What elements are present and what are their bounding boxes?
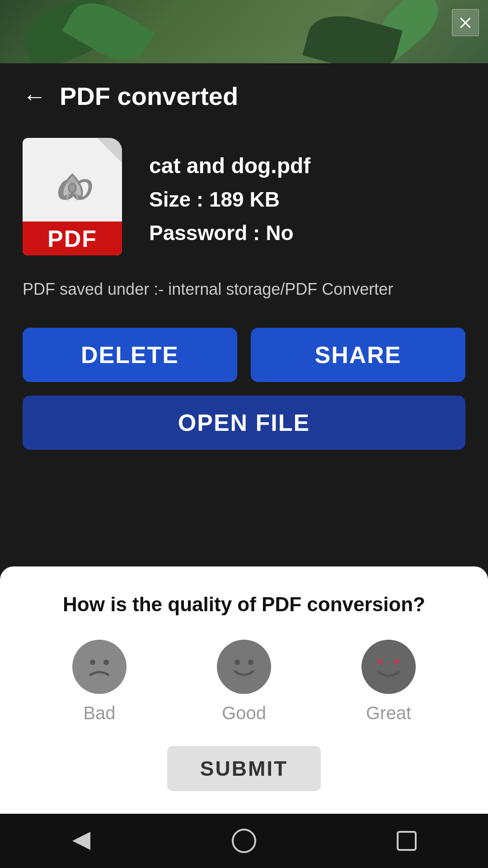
svg-point-2 [78,645,121,689]
action-buttons-row: DELETE SHARE [23,328,465,382]
svg-point-7 [248,660,253,665]
ad-close-button[interactable] [452,9,479,36]
page-title: PDF converted [60,81,238,111]
svg-text:♥: ♥ [377,656,383,667]
ad-decoration [0,0,488,63]
bottom-nav [0,814,488,868]
bad-emoji [72,640,127,694]
great-label: Great [366,703,411,723]
file-password: Password : No [149,221,310,245]
pdf-text: PDF [47,225,97,252]
nav-back-button[interactable] [63,823,99,859]
submit-button[interactable]: SUBMIT [167,746,321,791]
svg-point-8 [367,645,410,689]
rating-option-good[interactable]: Good [217,640,271,723]
nav-recent-button[interactable] [389,823,425,859]
good-emoji [217,640,271,694]
nav-home-button[interactable] [226,823,262,859]
svg-marker-11 [72,832,90,850]
back-button[interactable]: ← [23,85,46,108]
svg-text:♥: ♥ [394,656,399,667]
file-details: cat and dog.pdf Size : 189 KB Password :… [149,153,310,245]
rating-question: How is the quality of PDF conversion? [27,591,461,617]
delete-button[interactable]: DELETE [23,328,237,382]
svg-point-6 [235,660,240,665]
pdf-document-icon: ꝏ PDF [23,138,122,255]
good-label: Good [222,703,266,723]
rating-option-bad[interactable]: Bad [72,640,127,723]
svg-point-3 [90,660,95,665]
save-location-path: internal storage/PDF Converter [168,280,393,298]
save-location: PDF saved under :- internal storage/PDF … [23,278,465,301]
great-emoji: ♥ ♥ [361,640,416,694]
rating-options: Bad Good ♥ ♥ [27,640,461,723]
pdf-icon: ꝏ PDF [23,138,127,260]
save-location-prefix: PDF saved under :- [23,280,168,298]
svg-point-12 [233,830,255,852]
file-size: Size : 189 KB [149,187,310,212]
svg-point-4 [103,660,109,665]
pdf-red-label: PDF [23,222,122,255]
svg-rect-13 [398,832,416,850]
open-file-button[interactable]: OPEN FILE [23,396,465,450]
ad-banner[interactable] [0,0,488,63]
main-content: ← PDF converted ꝏ [0,63,488,468]
file-info-section: ꝏ PDF cat and dog.pdf [23,138,465,260]
svg-point-1 [69,184,76,193]
rating-modal: How is the quality of PDF conversion? Ba… [0,566,488,814]
share-button[interactable]: SHARE [251,328,465,382]
bad-label: Bad [83,703,115,723]
header: ← PDF converted [23,81,465,111]
rating-option-great[interactable]: ♥ ♥ Great [361,640,416,723]
acrobat-symbol: ꝏ [52,168,93,217]
svg-point-5 [222,645,266,689]
file-name: cat and dog.pdf [149,153,310,178]
